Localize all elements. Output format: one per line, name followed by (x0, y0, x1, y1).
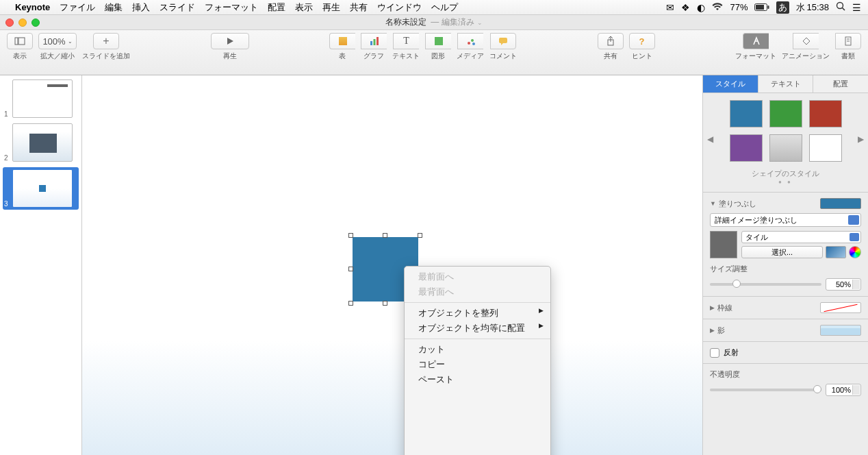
size-value-input[interactable]: 50% (826, 278, 861, 291)
document-status: — 編集済み (431, 16, 474, 28)
close-window-button[interactable] (5, 19, 14, 27)
resize-handle-w[interactable] (348, 267, 353, 271)
title-dropdown-icon[interactable]: ⌄ (477, 19, 483, 26)
shape-style-swatch-6[interactable] (809, 134, 842, 162)
spotlight-icon[interactable] (836, 1, 845, 13)
shape-style-swatch-3[interactable] (809, 100, 842, 127)
hint-button[interactable]: ? (629, 33, 655, 49)
svg-rect-5 (15, 38, 18, 45)
status-icon[interactable]: ❖ (681, 2, 690, 13)
svg-line-4 (843, 8, 845, 11)
chart-button[interactable] (361, 33, 387, 49)
add-slide-label: スライドを追加 (82, 51, 130, 61)
shape-style-swatch-5[interactable] (769, 134, 802, 162)
menu-play[interactable]: 再生 (322, 1, 340, 14)
ime-indicator[interactable]: あ (776, 1, 789, 14)
format-inspector-button[interactable] (743, 33, 769, 49)
slide-canvas[interactable] (82, 75, 702, 455)
animation-inspector-button[interactable] (793, 33, 819, 49)
opacity-slider[interactable] (710, 389, 821, 391)
gmail-icon[interactable]: ✉ (666, 2, 674, 13)
zoom-select[interactable]: 100%⌄ (38, 33, 77, 49)
shape-button[interactable] (425, 33, 451, 49)
shadow-style-swatch[interactable] (820, 325, 861, 336)
inspector-tab-arrange[interactable]: 配置 (813, 75, 868, 93)
shape-styles-label: シェイプのスタイル (709, 169, 863, 179)
styles-prev-icon[interactable]: ◀ (707, 134, 713, 144)
inspector-tab-text[interactable]: テキスト (758, 75, 814, 93)
notification-center-icon[interactable]: ☰ (852, 2, 861, 13)
wifi-icon[interactable] (712, 2, 723, 13)
menu-window[interactable]: ウインドウ (377, 1, 422, 14)
svg-point-12 (472, 42, 475, 45)
svg-rect-13 (499, 38, 507, 43)
border-style-swatch[interactable] (820, 302, 861, 313)
styles-next-icon[interactable]: ▶ (858, 134, 864, 144)
fill-scale-select[interactable]: タイル (741, 231, 861, 243)
choose-image-button[interactable]: 選択... (741, 246, 823, 258)
battery-percent: 77% (730, 2, 748, 12)
text-button[interactable]: T (393, 33, 419, 49)
resize-handle-ne[interactable] (418, 233, 422, 238)
fill-type-select[interactable]: 詳細イメージ塗りつぶし (710, 213, 861, 227)
svg-rect-8 (373, 39, 375, 45)
resize-handle-nw[interactable] (348, 233, 353, 238)
disclosure-triangle-icon[interactable]: ▶ (710, 304, 715, 311)
reflection-checkbox[interactable] (710, 348, 719, 358)
menu-edit[interactable]: 編集 (105, 1, 123, 14)
svg-rect-6 (18, 38, 25, 45)
ctx-align-objects[interactable]: オブジェクトを整列 (405, 306, 550, 321)
menu-insert[interactable]: 挿入 (132, 1, 150, 14)
menu-file[interactable]: ファイル (60, 1, 95, 14)
ctx-copy[interactable]: コピー (405, 357, 550, 372)
shape-style-swatch-4[interactable] (730, 134, 763, 162)
ctx-paste[interactable]: ペースト (405, 372, 550, 387)
disclosure-triangle-icon[interactable]: ▶ (710, 327, 715, 334)
slide-thumbnail-2[interactable]: 2 (3, 123, 79, 162)
minimize-window-button[interactable] (18, 19, 27, 27)
ctx-send-to-back: 最背面へ (405, 284, 550, 299)
view-button[interactable] (7, 33, 33, 49)
menu-arrange[interactable]: 配置 (268, 1, 285, 14)
color-picker-icon[interactable] (849, 246, 861, 258)
traffic-lights (5, 19, 40, 27)
opacity-label: 不透明度 (710, 369, 861, 380)
document-inspector-button[interactable] (835, 33, 861, 49)
slide-navigator: 1 2 3 (0, 75, 82, 455)
disclosure-triangle-icon[interactable]: ▼ (710, 200, 716, 207)
menu-format[interactable]: フォーマット (205, 1, 258, 14)
battery-icon[interactable] (754, 2, 769, 13)
inspector-tab-style[interactable]: スタイル (703, 75, 758, 93)
resize-handle-sw[interactable] (348, 301, 353, 306)
opacity-value-input[interactable]: 100% (826, 384, 861, 396)
pagination-dots: ● ● (709, 179, 863, 185)
app-menu[interactable]: Keynote (15, 2, 50, 12)
document-title[interactable]: 名称未設定 (385, 16, 426, 28)
comment-button[interactable] (490, 33, 516, 49)
slide-thumbnail-3[interactable]: 3 (3, 167, 79, 210)
ctx-distribute-objects[interactable]: オブジェクトを均等に配置 (405, 321, 550, 336)
share-button[interactable] (598, 33, 624, 49)
size-adjust-label: サイズ調整 (710, 264, 861, 274)
media-button[interactable] (457, 33, 483, 49)
menu-help[interactable]: ヘルプ (431, 1, 458, 14)
sync-icon[interactable]: ◐ (697, 2, 705, 13)
fill-tint-swatch[interactable] (826, 246, 846, 258)
fill-color-swatch[interactable] (820, 198, 861, 209)
shape-style-swatch-2[interactable] (769, 100, 802, 127)
table-button[interactable] (329, 33, 355, 49)
zoom-window-button[interactable] (31, 19, 40, 27)
shape-style-swatch-1[interactable] (730, 100, 763, 127)
size-slider[interactable] (710, 283, 821, 286)
ctx-cut[interactable]: カット (405, 342, 550, 357)
add-slide-button[interactable]: + (93, 33, 119, 49)
play-button[interactable] (211, 33, 249, 49)
fill-texture-preview[interactable] (710, 231, 737, 258)
menu-view[interactable]: 表示 (295, 1, 313, 14)
resize-handle-s[interactable] (383, 301, 387, 306)
menu-share[interactable]: 共有 (350, 1, 368, 14)
menu-slide[interactable]: スライド (159, 1, 195, 14)
slide-thumbnail-1[interactable]: 1 (3, 79, 79, 118)
resize-handle-n[interactable] (383, 233, 387, 238)
clock-day: 水 (796, 1, 805, 14)
